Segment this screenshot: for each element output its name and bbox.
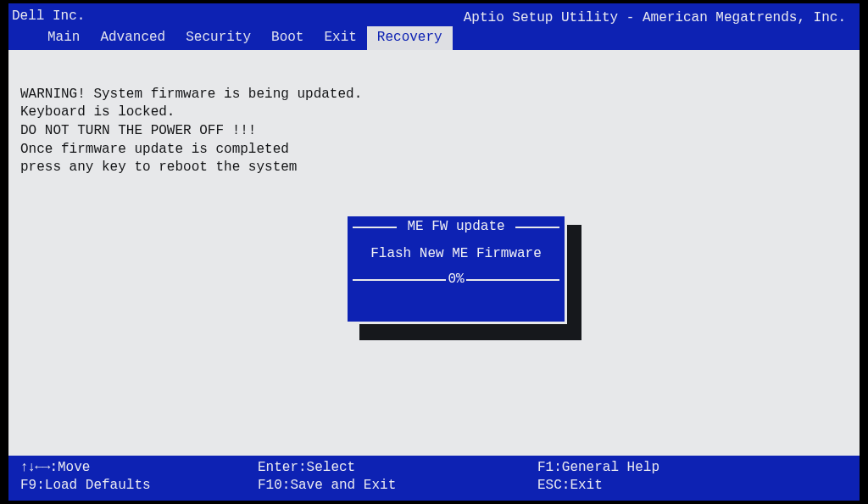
content-area: WARNING! System firmware is being update…: [8, 50, 860, 456]
dialog-message: Flash New ME Firmware: [348, 233, 565, 272]
tab-advanced[interactable]: Advanced: [90, 26, 175, 50]
firmware-update-dialog: ME FW update Flash New ME Firmware 0%: [345, 214, 567, 324]
hint-esc-exit: ESC:Exit: [537, 477, 848, 496]
dialog-title: ME FW update: [402, 218, 509, 237]
warning-line-4: Once firmware update is completed: [20, 142, 289, 157]
arrow-keys-icon: ↑↓←→: [20, 460, 49, 475]
dialog-progress-text: 0%: [446, 271, 465, 289]
warning-line-5: press any key to reboot the system: [20, 160, 297, 175]
tab-security[interactable]: Security: [175, 26, 261, 50]
tab-boot[interactable]: Boot: [261, 26, 314, 50]
tab-bar: Main Advanced Security Boot Exit Recover…: [12, 26, 851, 50]
warning-line-3: DO NOT TURN THE POWER OFF !!!: [20, 123, 256, 138]
tab-main[interactable]: Main: [37, 26, 90, 50]
tab-exit[interactable]: Exit: [314, 26, 366, 50]
warning-line-2: Keyboard is locked.: [20, 104, 175, 120]
hint-move: ↑↓←→:Move: [20, 459, 258, 478]
footer-row-1: ↑↓←→:Move Enter:Select F1:General Help: [20, 459, 848, 478]
bios-screen: Dell Inc. Aptio Setup Utility - American…: [8, 3, 860, 501]
dialog-title-row: ME FW update: [348, 221, 565, 233]
footer-help-bar: ↑↓←→:Move Enter:Select F1:General Help F…: [8, 456, 860, 501]
hint-select: Enter:Select: [258, 459, 537, 478]
hint-load-defaults: F9:Load Defaults: [20, 477, 258, 496]
warning-line-1: WARNING! System firmware is being update…: [20, 87, 362, 102]
header-bar: Dell Inc. Aptio Setup Utility - American…: [8, 3, 860, 50]
footer-row-2: F9:Load Defaults F10:Save and Exit ESC:E…: [20, 477, 848, 496]
hint-save-exit: F10:Save and Exit: [258, 477, 537, 496]
tab-recovery[interactable]: Recovery: [367, 26, 453, 50]
dialog-progress-row: 0%: [353, 274, 559, 286]
hint-help: F1:General Help: [537, 459, 848, 478]
utility-title: Aptio Setup Utility - American Megatrend…: [12, 8, 851, 27]
